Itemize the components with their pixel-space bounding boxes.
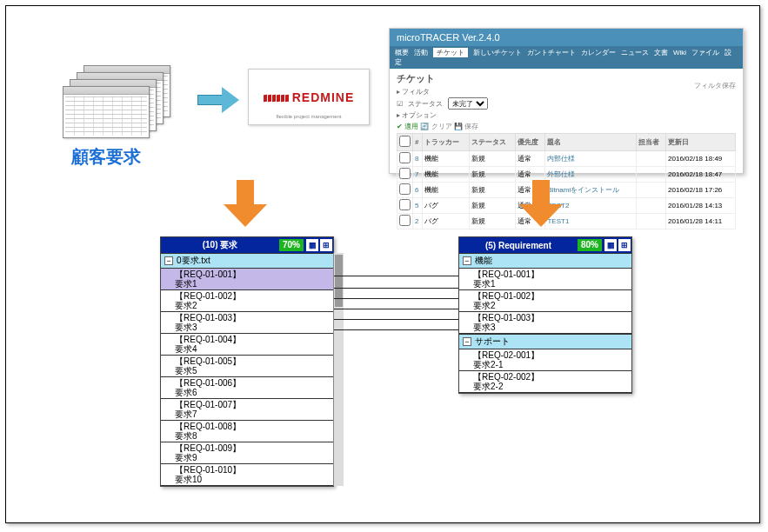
- apply-button[interactable]: ✔ 適用: [397, 123, 418, 130]
- redmine-icon: [264, 93, 289, 102]
- status-select[interactable]: 未完了: [448, 97, 488, 110]
- requirement-item[interactable]: 【REQ-01-009】要求9: [161, 442, 333, 464]
- requirements-panel-right: (5) Requirement 80% ▦ ⊞ −機能【REQ-01-001】要…: [458, 236, 632, 394]
- panel-header: (10) 要求 70% ▦ ⊞: [161, 237, 333, 253]
- menu-item[interactable]: 文書: [654, 49, 668, 57]
- clear-button[interactable]: 🔄 クリア: [420, 123, 451, 130]
- progress-badge: 70%: [279, 239, 304, 251]
- column-header[interactable]: トラッカー: [423, 134, 469, 151]
- tree-icon[interactable]: ⊞: [320, 239, 332, 251]
- status-checkbox[interactable]: ☑: [397, 100, 403, 108]
- menu-item[interactable]: ニュース: [621, 49, 649, 57]
- requirement-item[interactable]: 【REQ-01-001】要求1: [161, 269, 333, 290]
- table-row[interactable]: 6機能新規通常Bitnamiをインストール2016/02/18 17:26: [397, 183, 736, 198]
- requirement-item[interactable]: 【REQ-01-002】要求2: [459, 290, 631, 312]
- redmine-menubar[interactable]: 概要活動チケット新しいチケットガントチャートカレンダーニュース文書Wikiファイ…: [390, 46, 743, 69]
- table-row[interactable]: 8機能新規通常内部仕様2016/02/18 18:49: [397, 151, 736, 167]
- arrow-down-icon: [519, 180, 563, 228]
- requirement-item[interactable]: 【REQ-01-001】要求1: [459, 269, 631, 290]
- collapse-icon[interactable]: −: [463, 256, 471, 265]
- filter-toggle[interactable]: ▸ フィルタ: [397, 87, 430, 96]
- filter-save-label: フィルタ保存: [694, 81, 736, 90]
- grid-icon[interactable]: ▦: [306, 239, 318, 251]
- requirement-item[interactable]: 【REQ-01-002】要求2: [161, 290, 333, 312]
- collapse-icon[interactable]: −: [164, 256, 173, 265]
- save-button[interactable]: 💾 保存: [454, 123, 478, 130]
- arrow-down-icon: [224, 180, 267, 228]
- menu-item[interactable]: チケット: [433, 48, 468, 57]
- options-toggle[interactable]: ▸ オプション: [397, 110, 437, 120]
- menu-item[interactable]: カレンダー: [581, 49, 616, 57]
- window-title: microTRACER Ver.2.4.0: [390, 29, 743, 46]
- customer-requirements-label: 顧客要求: [71, 145, 141, 169]
- table-row[interactable]: 5バグ新規通常TEST22016/01/28 14:13: [397, 198, 736, 214]
- requirement-item[interactable]: 【REQ-01-010】要求10: [161, 464, 333, 486]
- section-header[interactable]: −機能: [459, 253, 631, 269]
- menu-item[interactable]: Wiki: [673, 49, 686, 57]
- spreadsheet-stack: [63, 65, 176, 139]
- column-header[interactable]: 優先度: [516, 134, 545, 151]
- row-checkbox[interactable]: [399, 168, 411, 179]
- column-header[interactable]: #: [413, 134, 423, 151]
- requirements-panel-left: (10) 要求 70% ▦ ⊞ − 0要求.txt 【REQ-01-001】要求…: [160, 236, 334, 487]
- menu-item[interactable]: 活動: [414, 49, 428, 57]
- menu-item[interactable]: ファイル: [691, 49, 719, 57]
- row-checkbox[interactable]: [399, 199, 411, 210]
- requirement-item[interactable]: 【REQ-01-003】要求3: [161, 312, 333, 334]
- panel-header: (5) Requirement 80% ▦ ⊞: [459, 237, 631, 253]
- menu-item[interactable]: 概要: [395, 49, 409, 57]
- row-checkbox[interactable]: [399, 215, 411, 226]
- arrow-right-icon: [197, 89, 241, 111]
- redmine-window: microTRACER Ver.2.4.0 概要活動チケット新しいチケットガント…: [389, 28, 744, 174]
- tree-icon[interactable]: ⊞: [618, 239, 631, 251]
- redmine-text: REDMINE: [292, 90, 355, 104]
- row-checkbox[interactable]: [399, 183, 411, 195]
- spreadsheet-icon: [63, 86, 150, 138]
- trace-lines: [334, 267, 458, 354]
- table-row[interactable]: 7機能新規通常外部仕様2016/02/18 18:47: [397, 167, 736, 183]
- column-header[interactable]: ステータス: [469, 134, 515, 151]
- collapse-icon[interactable]: −: [463, 337, 471, 346]
- status-label: ステータス: [408, 99, 443, 109]
- section-header[interactable]: −サポート: [459, 334, 631, 349]
- requirement-item[interactable]: 【REQ-01-004】要求4: [161, 334, 333, 356]
- menu-item[interactable]: ガントチャート: [527, 49, 576, 57]
- progress-badge: 80%: [578, 239, 602, 251]
- requirement-item[interactable]: 【REQ-01-005】要求5: [161, 356, 333, 377]
- tickets-table: #トラッカーステータス優先度題名担当者更新日 8機能新規通常内部仕様2016/0…: [397, 133, 736, 229]
- row-checkbox[interactable]: [399, 152, 411, 163]
- select-all-checkbox[interactable]: [399, 136, 411, 147]
- panel-title: (10) 要求: [161, 239, 279, 251]
- requirement-item[interactable]: 【REQ-01-003】要求3: [459, 312, 631, 334]
- column-header[interactable]: 更新日: [666, 134, 736, 151]
- menu-item[interactable]: 新しいチケット: [473, 49, 522, 57]
- requirement-item[interactable]: 【REQ-02-002】要求2-2: [459, 371, 631, 393]
- column-header[interactable]: 担当者: [636, 134, 665, 151]
- grid-icon[interactable]: ▦: [604, 239, 617, 251]
- panel-title: (5) Requirement: [459, 241, 578, 250]
- redmine-subtitle: flexible project management: [276, 114, 341, 119]
- section-header[interactable]: − 0要求.txt: [161, 253, 333, 269]
- table-header-row: #トラッカーステータス優先度題名担当者更新日: [397, 134, 736, 151]
- tickets-heading: チケット: [397, 72, 736, 85]
- redmine-logo: REDMINE flexible project management: [248, 69, 370, 125]
- requirement-item[interactable]: 【REQ-01-006】要求6: [161, 377, 333, 399]
- table-row[interactable]: 2バグ新規通常TEST12016/01/28 14:11: [397, 214, 736, 229]
- requirement-item[interactable]: 【REQ-01-008】要求8: [161, 421, 333, 442]
- column-header[interactable]: 題名: [545, 134, 636, 151]
- requirement-item[interactable]: 【REQ-01-007】要求7: [161, 399, 333, 421]
- requirement-item[interactable]: 【REQ-02-001】要求2-1: [459, 349, 631, 371]
